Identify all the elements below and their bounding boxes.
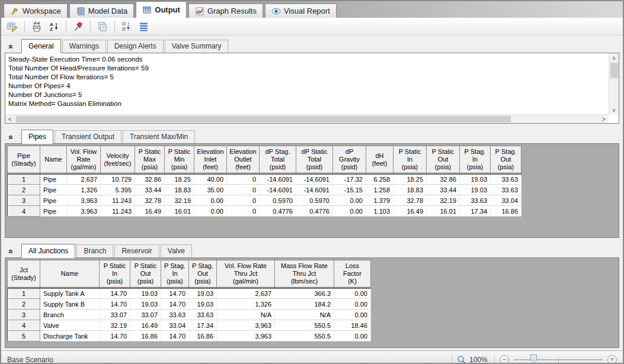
column-header: dP Stag. Total (psid) bbox=[260, 146, 296, 174]
table-row[interactable]: 4Valve32.1916.4933.0417.343,963550.518.4… bbox=[8, 320, 371, 331]
zoom-in-button[interactable]: + bbox=[607, 355, 617, 364]
cell: 18.83 bbox=[165, 185, 194, 195]
column-header: Name bbox=[40, 146, 67, 174]
tab-general[interactable]: General bbox=[21, 39, 61, 53]
main-tab-graph-results[interactable]: Graph Results bbox=[188, 4, 263, 18]
scroll-right-arrow-icon[interactable]: > bbox=[599, 115, 609, 124]
cell: Supply Tank B bbox=[40, 299, 100, 310]
tab-branch[interactable]: Branch bbox=[76, 244, 113, 257]
junction-reorder-button[interactable] bbox=[119, 20, 135, 34]
cell: 33.63 bbox=[189, 310, 217, 320]
main-tab-label: Output bbox=[155, 5, 180, 14]
main-tab-label: Model Data bbox=[88, 7, 127, 15]
main-tab-visual-report[interactable]: Visual Report bbox=[265, 4, 337, 18]
column-header: P Static Min (psia) bbox=[165, 146, 194, 174]
table-row[interactable]: 1Supply Tank A14.7019.0314.7019.032,6373… bbox=[8, 288, 371, 299]
tab-pipes[interactable]: Pipes bbox=[21, 130, 53, 144]
cell: 32.78 bbox=[393, 195, 427, 206]
summary-line: Total Number Of Head/Pressure Iterations… bbox=[8, 64, 605, 73]
cell: 0.5970 bbox=[260, 195, 296, 206]
cell: Branch bbox=[40, 310, 100, 320]
table-header-row: Pipe (Steady)NameVol. Flow Rate (gal/min… bbox=[8, 146, 521, 174]
cell: 1,326 bbox=[217, 299, 275, 310]
collapse-pipes-button[interactable]: « bbox=[5, 131, 18, 143]
table-row[interactable]: 3Branch33.0733.0733.6333.63N/AN/A0.00 bbox=[8, 310, 371, 320]
cell: 0.00 bbox=[334, 288, 371, 299]
cell: 0 bbox=[227, 174, 260, 185]
cell: 1.258 bbox=[366, 185, 393, 195]
horizontal-scrollbar[interactable]: < > bbox=[5, 114, 609, 123]
cell: 0 bbox=[227, 195, 260, 206]
column-header: dH (feet) bbox=[366, 146, 393, 174]
tab-valve-summary[interactable]: Valve Summary bbox=[165, 40, 229, 53]
main-tab-output[interactable]: Output bbox=[136, 1, 187, 18]
vertical-scrollbar[interactable]: ∧ ∨ bbox=[609, 53, 619, 114]
junctions-section: « All JunctionsBranchReservoirValve Jct … bbox=[5, 243, 619, 348]
cell: 16.86 bbox=[130, 331, 161, 342]
collapse-junctions-button[interactable]: « bbox=[5, 246, 18, 257]
table-row[interactable]: 2Supply Tank B14.7019.0314.7019.031,3261… bbox=[8, 299, 371, 310]
print-options-button[interactable] bbox=[29, 20, 44, 34]
tab-warnings[interactable]: Warnings bbox=[62, 40, 106, 53]
cell: 0.4776 bbox=[260, 206, 296, 217]
cell: 184.2 bbox=[275, 299, 334, 310]
cell: 32.86 bbox=[427, 174, 460, 185]
main-tab-model-data[interactable]: Model Data bbox=[69, 4, 134, 18]
cell: 19.03 bbox=[460, 174, 491, 185]
cell: 33.44 bbox=[427, 185, 460, 195]
slider-thumb[interactable] bbox=[530, 355, 537, 364]
column-header: dP Gravity (psid) bbox=[333, 146, 366, 174]
cell: 2,637 bbox=[217, 288, 275, 299]
scrollbar-thumb[interactable] bbox=[16, 116, 511, 123]
zoom-out-button[interactable]: − bbox=[500, 355, 509, 364]
table-row[interactable]: 4Pipe3,96311.24316.4916.010.0000.47760.4… bbox=[8, 206, 521, 217]
cell: 0.00 bbox=[194, 206, 227, 217]
pin-results-button[interactable] bbox=[71, 20, 86, 34]
cell: 14.70 bbox=[161, 299, 189, 310]
table-row[interactable]: 1Pipe2,63710.72932.8618.2540.000-14.6091… bbox=[8, 174, 521, 185]
column-header: P Static Max (psia) bbox=[135, 146, 165, 174]
output-toolbar: AZ bbox=[1, 18, 623, 36]
cell: 16.49 bbox=[135, 206, 165, 217]
main-tab-workspace[interactable]: Workspace bbox=[4, 4, 68, 18]
tab-design-alerts[interactable]: Design Alerts bbox=[107, 40, 164, 53]
scroll-down-arrow-icon[interactable]: ∨ bbox=[609, 105, 619, 114]
junctions-tab-strip: « All JunctionsBranchReservoirValve bbox=[5, 243, 619, 257]
workspace-icon bbox=[10, 7, 20, 16]
tab-valve[interactable]: Valve bbox=[161, 244, 192, 257]
cell: 2,637 bbox=[67, 174, 101, 185]
cell: Valve bbox=[40, 320, 100, 331]
tab-all-junctions[interactable]: All Junctions bbox=[21, 244, 75, 258]
scroll-up-arrow-icon[interactable]: ∧ bbox=[609, 53, 619, 62]
table-row[interactable]: 5Discharge Tank14.7016.8614.7016.863,963… bbox=[8, 331, 371, 342]
cell: 40.00 bbox=[194, 174, 227, 185]
cell: 550.5 bbox=[275, 331, 334, 342]
scrollbar-thumb[interactable] bbox=[610, 63, 618, 78]
cell: 5.395 bbox=[101, 185, 135, 195]
collapse-general-button[interactable]: « bbox=[5, 41, 18, 53]
column-header: Elevation Inlet (feet) bbox=[194, 146, 227, 174]
copy-button[interactable] bbox=[95, 20, 110, 34]
cell: 6.258 bbox=[366, 174, 393, 185]
cell: 33.63 bbox=[161, 310, 189, 320]
cell: 1,326 bbox=[67, 185, 101, 195]
cell: 33.04 bbox=[491, 195, 521, 206]
column-header: Velocity (feet/sec) bbox=[101, 146, 135, 174]
row-display-button[interactable] bbox=[136, 20, 152, 34]
tab-reservoir[interactable]: Reservoir bbox=[114, 244, 159, 257]
cell: -14.6091 bbox=[296, 174, 333, 185]
row-number: 5 bbox=[8, 331, 40, 342]
zoom-level-label: 100% bbox=[469, 356, 489, 364]
column-header: P Stag. Out (psia) bbox=[189, 260, 217, 288]
tab-transient-output[interactable]: Transient Output bbox=[55, 130, 121, 143]
cell: 11.243 bbox=[101, 206, 135, 217]
table-row[interactable]: 3Pipe3,96311.24332.7832.190.0000.59700.5… bbox=[8, 195, 521, 206]
zoom-slider[interactable] bbox=[514, 355, 603, 364]
tab-transient-max-min[interactable]: Transient Max/Min bbox=[123, 130, 195, 143]
scroll-left-arrow-icon[interactable]: < bbox=[5, 115, 15, 124]
output-control-button[interactable] bbox=[5, 20, 20, 34]
row-number: 2 bbox=[8, 299, 40, 310]
sort-a-z-button[interactable]: AZ bbox=[46, 20, 62, 34]
column-header: dP Static Total (psid) bbox=[296, 146, 333, 174]
table-row[interactable]: 2Pipe1,3265.39533.4418.8335.000-14.6091-… bbox=[8, 185, 521, 195]
